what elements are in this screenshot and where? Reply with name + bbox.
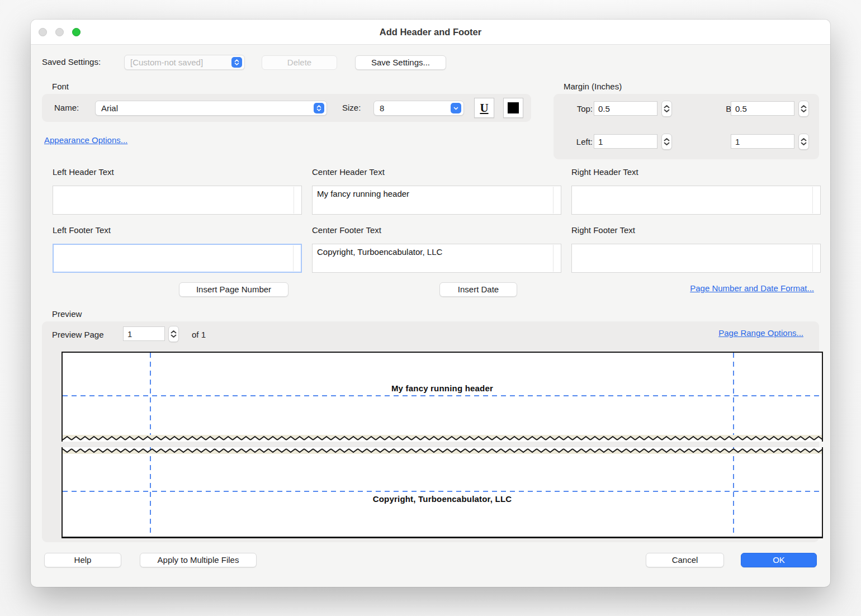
bottom-margin-guide xyxy=(63,491,822,492)
right-header-input[interactable] xyxy=(572,186,820,214)
preview-header-text: My fancy running header xyxy=(63,383,822,393)
delete-button[interactable]: Delete xyxy=(262,55,337,70)
preview-page-stepper[interactable] xyxy=(168,326,179,342)
preview-page-top: My fancy running header xyxy=(62,352,823,442)
center-header-label: Center Header Text xyxy=(312,167,385,177)
color-swatch-black xyxy=(508,102,519,113)
help-button[interactable]: Help xyxy=(44,553,121,567)
left-header-field-wrap xyxy=(53,186,302,215)
left-header-label: Left Header Text xyxy=(53,167,114,177)
right-footer-label: Right Footer Text xyxy=(571,225,635,235)
font-size-label: Size: xyxy=(342,103,361,112)
add-header-footer-dialog: Add Header and Footer Saved Settings: [C… xyxy=(31,20,830,587)
chevron-down-icon xyxy=(801,142,807,145)
right-footer-field-wrap xyxy=(571,244,821,273)
margin-top-label: Top: xyxy=(565,104,593,113)
chevron-up-down-icon xyxy=(231,57,242,68)
chevron-down-icon xyxy=(801,109,807,112)
margin-section-label: Margin (Inches) xyxy=(564,82,622,91)
margin-bottom-stepper[interactable] xyxy=(798,101,809,117)
margin-left-stepper[interactable] xyxy=(661,134,672,150)
chevron-down-icon xyxy=(664,109,670,112)
preview-groupbox: Preview Page of 1 Page Range Options... … xyxy=(42,321,819,542)
saved-settings-select[interactable]: [Custom-not saved] xyxy=(124,55,245,70)
preview-footer-text: Copyright, Turboencabulator, LLC xyxy=(63,494,822,504)
tear-edge-icon xyxy=(63,435,822,442)
left-header-input[interactable] xyxy=(53,186,301,214)
margin-top-input[interactable] xyxy=(594,101,657,116)
chevron-up-icon xyxy=(801,105,807,108)
margin-bottom-input[interactable] xyxy=(731,101,794,116)
preview-page-label: Preview Page xyxy=(52,330,104,339)
chevron-up-icon xyxy=(664,105,670,108)
window-title: Add Header and Footer xyxy=(31,20,830,45)
preview-page-input[interactable] xyxy=(123,326,165,341)
left-margin-guide xyxy=(150,447,151,537)
preview-section-label: Preview xyxy=(52,309,82,319)
right-footer-input[interactable] xyxy=(572,244,820,272)
center-footer-field-wrap: Copyright, Turboencabulator, LLC xyxy=(312,244,561,273)
center-footer-input[interactable]: Copyright, Turboencabulator, LLC xyxy=(313,244,561,272)
tear-edge-icon xyxy=(63,447,822,454)
preview-page-bottom: Copyright, Turboencabulator, LLC xyxy=(62,447,823,538)
page-number-date-format-link[interactable]: Page Number and Date Format... xyxy=(690,283,814,293)
titlebar: Add Header and Footer xyxy=(31,20,830,45)
left-footer-label: Left Footer Text xyxy=(53,225,111,235)
center-header-field-wrap: My fancy running header xyxy=(312,186,561,215)
center-header-input[interactable]: My fancy running header xyxy=(313,186,561,214)
font-name-label: Name: xyxy=(54,103,79,112)
underline-button[interactable]: U xyxy=(474,98,494,118)
appearance-options-link[interactable]: Appearance Options... xyxy=(44,135,127,145)
chevron-up-icon xyxy=(171,330,177,334)
cancel-button[interactable]: Cancel xyxy=(646,553,724,567)
font-section-label: Font xyxy=(52,82,69,91)
margin-top-stepper[interactable] xyxy=(661,101,672,117)
apply-to-multiple-files-button[interactable]: Apply to Multiple Files xyxy=(140,553,257,567)
center-footer-label: Center Footer Text xyxy=(312,225,381,235)
chevron-down-icon xyxy=(664,142,670,145)
font-name-value: Arial xyxy=(101,103,118,113)
right-margin-guide xyxy=(733,353,734,442)
margin-right-stepper[interactable] xyxy=(798,134,809,150)
right-margin-guide xyxy=(733,447,734,537)
right-header-field-wrap xyxy=(571,186,821,215)
left-margin-guide xyxy=(150,353,151,442)
margin-left-label: Left: xyxy=(565,137,593,146)
font-size-value: 8 xyxy=(380,103,384,113)
right-header-label: Right Header Text xyxy=(571,167,638,177)
save-settings-button[interactable]: Save Settings... xyxy=(355,55,446,70)
font-name-select[interactable]: Arial xyxy=(95,101,327,116)
page-range-options-link[interactable]: Page Range Options... xyxy=(718,328,803,338)
saved-settings-label: Saved Settings: xyxy=(42,57,101,67)
underline-u-glyph: U xyxy=(480,101,488,115)
insert-date-button[interactable]: Insert Date xyxy=(439,282,517,297)
preview-page-count-label: of 1 xyxy=(192,330,206,339)
margin-right-input[interactable] xyxy=(731,134,794,149)
left-footer-field-wrap xyxy=(53,244,302,273)
left-footer-input[interactable] xyxy=(54,245,301,272)
insert-page-number-button[interactable]: Insert Page Number xyxy=(179,282,288,297)
font-color-button[interactable] xyxy=(503,98,523,118)
chevron-up-icon xyxy=(801,138,807,141)
top-margin-guide xyxy=(63,395,822,396)
font-size-select[interactable]: 8 xyxy=(373,101,464,116)
ok-button[interactable]: OK xyxy=(741,553,817,567)
chevron-down-icon xyxy=(171,334,177,338)
chevron-down-icon xyxy=(451,103,461,113)
chevron-up-icon xyxy=(664,138,670,141)
margin-left-input[interactable] xyxy=(594,134,657,149)
saved-settings-value: [Custom-not saved] xyxy=(130,58,203,67)
chevron-up-down-icon xyxy=(314,103,324,113)
